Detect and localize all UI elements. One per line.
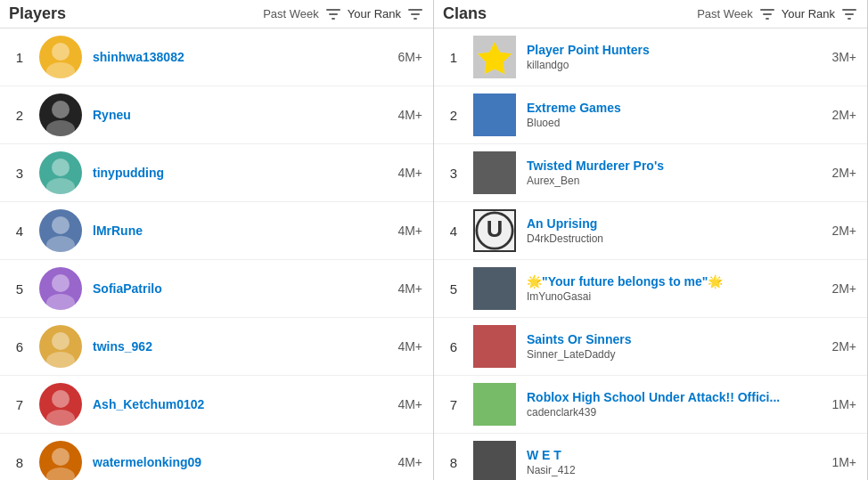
player-rank: 4 — [11, 224, 29, 239]
svg-point-13 — [46, 236, 75, 252]
clan-owner: Nasir_412 — [527, 464, 824, 476]
player-avatar — [39, 383, 82, 426]
player-name[interactable]: Ash_Ketchum0102 — [93, 397, 390, 411]
clan-list-item[interactable]: 8 W E T Nasir_412 1M+ — [434, 434, 867, 480]
clans-your-rank-icon[interactable] — [840, 5, 858, 23]
clan-avatar — [473, 151, 516, 194]
player-rank: 6 — [11, 339, 29, 354]
player-list-item[interactable]: 6 twins_962 4M+ — [0, 318, 433, 376]
svg-rect-34 — [473, 325, 516, 368]
clans-past-week-button[interactable]: Past Week — [697, 7, 753, 20]
clan-owner: Aurex_Ben — [527, 175, 824, 187]
svg-rect-1 — [329, 13, 338, 15]
svg-point-8 — [52, 101, 70, 118]
svg-point-16 — [52, 332, 70, 350]
player-name[interactable]: Ryneu — [93, 108, 390, 122]
clan-score: 2M+ — [831, 108, 856, 122]
clan-list-item[interactable]: 7 Roblox High School Under Attack!! Offi… — [434, 376, 867, 434]
player-list-item[interactable]: 1 shinhwa138082 6M+ — [0, 28, 433, 86]
svg-rect-25 — [842, 9, 856, 11]
player-list-item[interactable]: 4 lMrRune 4M+ — [0, 202, 433, 260]
svg-point-21 — [46, 468, 75, 480]
svg-rect-4 — [411, 13, 420, 15]
clan-list-item[interactable]: 4 U An Uprising D4rkDestruction 2M+ — [434, 202, 867, 260]
clan-info: Extreme Games Bluoed — [527, 101, 824, 129]
player-score: 4M+ — [397, 455, 422, 469]
player-name[interactable]: shinhwa138082 — [93, 50, 390, 64]
player-rank: 1 — [11, 50, 29, 65]
player-info: twins_962 — [93, 339, 390, 354]
clan-owner: ImYunoGasai — [527, 290, 824, 303]
svg-rect-35 — [473, 383, 516, 426]
clan-avatar — [473, 94, 516, 136]
player-avatar — [39, 36, 82, 78]
svg-point-6 — [52, 43, 70, 61]
svg-point-14 — [52, 274, 70, 292]
player-avatar — [39, 441, 82, 480]
clan-list-item[interactable]: 3 Twisted Murderer Pro's Aurex_Ben 2M+ — [434, 144, 867, 202]
player-score: 4M+ — [397, 224, 422, 238]
player-rank: 5 — [11, 281, 29, 297]
clans-your-rank-label: Your Rank — [782, 7, 835, 20]
clans-filter-icon[interactable] — [758, 5, 776, 23]
clan-info: Player Point Hunters killandgo — [527, 43, 824, 71]
svg-point-17 — [46, 352, 75, 368]
player-avatar — [39, 267, 82, 310]
player-name[interactable]: lMrRune — [93, 224, 390, 238]
clan-avatar — [473, 383, 516, 426]
clans-panel: Clans Past Week Your Rank 1 Player Point… — [434, 0, 868, 480]
svg-rect-30 — [473, 151, 516, 194]
player-list-item[interactable]: 8 watermelonking09 4M+ — [0, 434, 433, 480]
player-name[interactable]: watermelonking09 — [93, 455, 390, 469]
player-list-item[interactable]: 3 tinypudding 4M+ — [0, 144, 433, 202]
players-panel: Players Past Week Your Rank 1 — [0, 0, 434, 480]
players-filter-icon[interactable] — [324, 5, 342, 23]
player-name[interactable]: SofiaPatrilo — [93, 281, 390, 296]
svg-point-11 — [46, 178, 75, 194]
clans-controls: Past Week Your Rank — [697, 5, 858, 23]
clan-name[interactable]: W E T — [527, 448, 824, 462]
svg-point-9 — [46, 120, 75, 136]
clan-list-item[interactable]: 2 Extreme Games Bluoed 2M+ — [434, 86, 867, 144]
clans-list: 1 Player Point Hunters killandgo 3M+ 2 E… — [434, 28, 867, 480]
svg-text:U: U — [487, 216, 504, 241]
players-header: Players Past Week Your Rank — [0, 0, 433, 28]
clan-rank: 4 — [445, 224, 463, 239]
player-avatar — [39, 209, 82, 252]
players-your-rank-label: Your Rank — [348, 7, 401, 20]
player-list-item[interactable]: 2 Ryneu 4M+ — [0, 86, 433, 144]
players-your-rank-icon[interactable] — [406, 5, 424, 23]
clan-avatar — [473, 267, 516, 310]
player-score: 4M+ — [397, 339, 422, 354]
clan-name[interactable]: Extreme Games — [527, 101, 824, 115]
players-past-week-button[interactable]: Past Week — [263, 7, 319, 20]
clan-info: Saints Or Sinners Sinner_LateDaddy — [527, 332, 824, 361]
clan-list-item[interactable]: 1 Player Point Hunters killandgo 3M+ — [434, 28, 867, 86]
clan-name[interactable]: Roblox High School Under Attack!! Offici… — [527, 390, 824, 404]
clan-avatar — [473, 441, 516, 480]
clan-owner: killandgo — [527, 59, 824, 71]
svg-point-12 — [52, 216, 70, 234]
clan-rank: 2 — [445, 108, 463, 123]
clan-name[interactable]: Saints Or Sinners — [527, 332, 824, 346]
svg-point-20 — [52, 448, 70, 466]
clan-rank: 7 — [445, 397, 463, 412]
clan-name[interactable]: Player Point Hunters — [527, 43, 824, 57]
player-info: shinhwa138082 — [93, 50, 390, 64]
player-list-item[interactable]: 5 SofiaPatrilo 4M+ — [0, 260, 433, 318]
clan-list-item[interactable]: 6 Saints Or Sinners Sinner_LateDaddy 2M+ — [434, 318, 867, 376]
clan-name[interactable]: Twisted Murderer Pro's — [527, 159, 824, 173]
clan-name[interactable]: An Uprising — [527, 216, 824, 231]
player-name[interactable]: twins_962 — [93, 339, 390, 354]
clan-name[interactable]: 🌟"Your future belongs to me"🌟 — [527, 274, 824, 289]
player-avatar — [39, 94, 82, 136]
clan-info: An Uprising D4rkDestruction — [527, 216, 824, 245]
player-info: watermelonking09 — [93, 455, 390, 469]
svg-point-7 — [46, 62, 75, 78]
player-list-item[interactable]: 7 Ash_Ketchum0102 4M+ — [0, 376, 433, 434]
clan-list-item[interactable]: 5 🌟"Your future belongs to me"🌟 ImYunoGa… — [434, 260, 867, 318]
clan-score: 1M+ — [831, 397, 856, 411]
player-name[interactable]: tinypudding — [93, 166, 390, 180]
svg-rect-26 — [845, 13, 854, 15]
clan-rank: 5 — [445, 281, 463, 297]
